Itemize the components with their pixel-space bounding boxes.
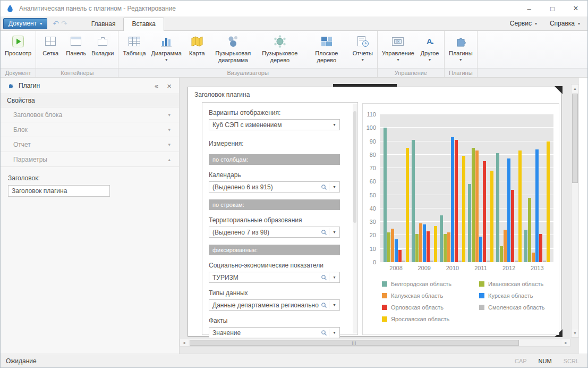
undo-button[interactable]: ↶ <box>53 19 59 28</box>
app-icon <box>6 4 14 13</box>
combo-dropdown-button[interactable]: ▾ <box>329 272 339 282</box>
combo-dropdown-button[interactable]: ▾ <box>329 328 339 338</box>
bar <box>500 246 503 262</box>
tab[interactable]: Вставка <box>123 18 164 31</box>
ribbon-button[interactable]: Панель <box>63 32 89 57</box>
ribbon-button-label: Карта <box>189 50 204 57</box>
ribbon-button[interactable]: Плоское дерево <box>303 32 350 63</box>
ribbon-button[interactable]: Плагины▾ <box>446 32 475 62</box>
vertical-scroll-thumb[interactable] <box>572 94 578 183</box>
canvas-vertical-scrollbar[interactable]: ▲ ▼ <box>571 84 579 338</box>
ribbon-button[interactable]: Карта <box>184 32 210 57</box>
section-bar: по столбцам: <box>209 154 340 165</box>
ribbon-button[interactable]: Отчеты▾ <box>350 32 376 62</box>
legend-label: Орловская область <box>391 304 444 311</box>
collapse-panel-button[interactable]: « <box>155 82 158 90</box>
combo-dropdown-button[interactable]: ▾ <box>329 227 339 237</box>
combo-value: Значение <box>209 329 319 337</box>
sidebar-item[interactable]: Блок▾ <box>1 122 179 137</box>
search-icon[interactable] <box>319 182 329 192</box>
scroll-down-icon[interactable]: ▼ <box>572 329 578 337</box>
combo-box[interactable]: Данные департамента региональной эк▾ <box>209 299 340 311</box>
legend-label: Белгородская область <box>391 281 451 287</box>
bar <box>490 171 493 262</box>
bar <box>406 148 409 262</box>
table-icon <box>126 34 142 49</box>
bar-group <box>440 114 465 262</box>
dropdown-arrow-icon: ▾ <box>40 21 42 26</box>
sidebar-item-label: Отчет <box>13 141 31 148</box>
scroll-left-icon[interactable]: ◄ <box>180 339 188 346</box>
combo-box[interactable]: (Выделено 7 из 98)▾ <box>209 227 340 238</box>
search-icon[interactable] <box>319 272 329 282</box>
form-scrollbar[interactable] <box>353 104 357 333</box>
combo-box[interactable]: Значение▾ <box>209 327 340 338</box>
dropdown-arrow-icon: ▾ <box>333 303 335 307</box>
title-field-group: Заголовок: <box>1 167 179 197</box>
bar <box>455 140 458 262</box>
y-tick-label: 100 <box>367 124 376 131</box>
ribbon-button[interactable]: Пузырьковое дерево <box>257 32 303 63</box>
combo-value: ТУРИЗМ <box>209 274 319 281</box>
dropdown-arrow-icon: ▾ <box>535 21 537 26</box>
plugin-editor-window[interactable]: Заголовок плагина Варианты отображения:К… <box>188 87 562 337</box>
canvas-horizontal-scrollbar[interactable]: ◄ ||| ► <box>180 339 570 347</box>
search-icon[interactable] <box>319 300 329 310</box>
menu-right: Сервис▾Справка▾ <box>510 20 587 27</box>
ribbon-button[interactable]: Диаграмма▾ <box>149 32 184 62</box>
ribbon-button[interactable]: Просмотр <box>2 32 34 57</box>
chart-legend: Белгородская областьКалужская областьОрл… <box>382 281 553 322</box>
ribbon-button[interactable]: OKУправление▾ <box>379 32 417 62</box>
bar-group <box>524 114 550 262</box>
selection-handle-top[interactable] <box>333 84 397 87</box>
scroll-up-icon[interactable]: ▲ <box>572 85 578 93</box>
maximize-button[interactable]: □ <box>541 1 564 16</box>
plugin-title-input[interactable] <box>8 185 110 197</box>
sidebar-item[interactable]: Отчет▾ <box>1 137 179 152</box>
sidebar-item[interactable]: Параметры▴ <box>1 152 179 167</box>
legend-item: Орловская область <box>382 304 451 311</box>
horizontal-scroll-track[interactable]: ||| <box>188 339 562 346</box>
bar <box>440 215 443 262</box>
combo-dropdown-button[interactable]: ▾ <box>329 300 339 310</box>
x-tick-label: 2012 <box>496 262 522 271</box>
scroll-right-icon[interactable]: ► <box>562 339 570 346</box>
titlebar: Аналитическая панель с плагином - Редакт… <box>1 1 587 16</box>
bar <box>395 239 398 262</box>
menu-item[interactable]: Сервис▾ <box>510 20 537 27</box>
x-tick-label: 2013 <box>524 262 550 271</box>
combo-box[interactable]: ТУРИЗМ▾ <box>209 272 340 283</box>
minimize-button[interactable]: – <box>517 1 541 16</box>
search-icon[interactable] <box>319 328 329 338</box>
document-menu-button[interactable]: Документ ▾ <box>3 18 47 29</box>
vertical-scroll-track[interactable] <box>572 93 578 329</box>
menu-item[interactable]: Справка▾ <box>550 20 580 27</box>
ribbon-group: Плагины▾Плагины <box>445 31 478 77</box>
redo-button[interactable]: ↷ <box>61 19 67 28</box>
sidebar-items: Заголовок блока▾Блок▾Отчет▾Параметры▴ <box>1 107 179 167</box>
ribbon-button[interactable]: Пузырьковая диаграмма <box>210 32 257 63</box>
ribbon-button[interactable]: AДругое▾ <box>417 32 442 62</box>
ribbon-group-label: Управление <box>378 68 444 77</box>
dropdown-arrow-icon: ▾ <box>397 57 399 62</box>
ribbon-button[interactable]: Таблица <box>120 32 148 57</box>
combo-box[interactable]: Куб СЭП с изменением▾ <box>209 119 340 130</box>
sidebar-item[interactable]: Заголовок блока▾ <box>1 107 179 122</box>
close-button[interactable]: × <box>564 1 587 16</box>
chevron-down-icon: ▾ <box>168 112 171 118</box>
legend-swatch <box>382 316 387 322</box>
combo-dropdown-button[interactable]: ▾ <box>329 182 339 192</box>
ribbon-button-label: Пузырьковая диаграмма <box>212 50 254 63</box>
combo-box[interactable]: (Выделено 6 из 915)▾ <box>209 181 340 193</box>
tab[interactable]: Главная <box>83 18 124 30</box>
form-scrollbar-thumb[interactable] <box>353 111 356 223</box>
bar <box>543 261 546 262</box>
panel-icon <box>68 34 84 49</box>
search-icon[interactable] <box>319 227 329 237</box>
ribbon-button[interactable]: Вкладки <box>89 32 116 57</box>
combo-dropdown-button[interactable]: ▾ <box>329 120 339 130</box>
close-panel-button[interactable]: × <box>167 81 172 90</box>
ribbon-button[interactable]: Сетка <box>38 32 63 57</box>
window-controls: – □ × <box>517 1 587 16</box>
horizontal-scroll-thumb[interactable]: ||| <box>190 340 519 346</box>
